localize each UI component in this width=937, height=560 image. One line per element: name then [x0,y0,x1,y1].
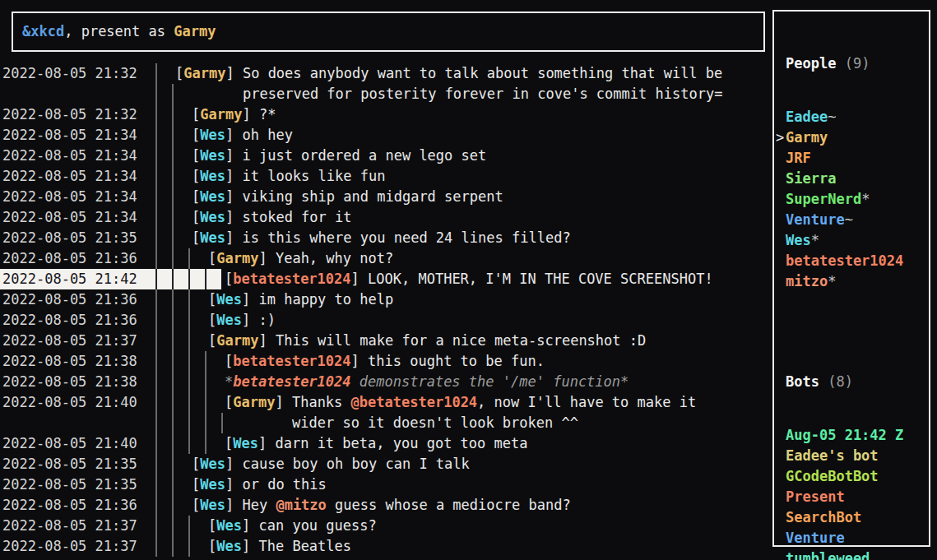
message-row[interactable]: 2022-08-05 21:38*betatester1024 demonstr… [0,372,772,392]
channel-name[interactable]: &xkcd [22,23,64,39]
action-nick[interactable]: betatester1024 [233,373,350,390]
timestamp: 2022-08-05 21:34 [0,166,146,187]
thread-guide-line [155,474,172,495]
message-content: [Wes] The Beatles [205,536,351,557]
people-count: (9) [845,55,870,72]
message-row[interactable]: 2022-08-05 21:35[Wes] is this where you … [0,228,772,248]
message-row[interactable]: 2022-08-05 21:35[Wes] cause boy oh boy c… [0,454,772,474]
message-row[interactable]: 2022-08-05 21:36[Wes] :) [0,310,772,331]
user-list-item-name: Venture [786,211,845,228]
thread-guides [146,372,221,392]
thread-guide-line [172,104,188,125]
thread-guides [146,187,188,207]
nick[interactable]: Wes [216,538,242,554]
thread-guide-line [205,433,221,454]
nick[interactable]: Wes [200,188,225,205]
message-row[interactable]: 2022-08-05 21:36[Wes] im happy to help [0,289,772,310]
thread-guide-line [221,413,238,433]
user-list-item-name: Wes [786,232,811,248]
message-row[interactable]: 2022-08-05 21:34[Wes] stoked for it [0,207,772,228]
message-row[interactable]: 2022-08-05 21:36[Wes] Hey @mitzo guess w… [0,495,772,516]
thread-guide-line [155,413,172,433]
nick[interactable]: Wes [200,127,225,143]
message-row[interactable]: 2022-08-05 21:36[Garmy] Yeah, why not? [0,248,772,269]
thread-guide-line [155,372,172,392]
user-list-item[interactable]: betatester1024 [786,251,929,271]
bot-list-item[interactable]: SearchBot [786,507,929,528]
user-list-item[interactable]: >Garmy [786,127,929,148]
bot-list-item[interactable]: Present [786,487,929,507]
message-row[interactable]: 2022-08-05 21:32[Garmy] ?* [0,104,772,125]
thread-guides [146,104,188,125]
user-list-item[interactable]: Sierra [786,169,929,189]
message-row[interactable]: 2022-08-05 21:35[Wes] or do this [0,474,772,495]
bot-list-item[interactable]: Eadee's bot [786,446,929,466]
nick[interactable]: Wes [200,229,225,246]
thread-guide-line [188,331,205,351]
nick[interactable]: Wes [200,168,225,184]
thread-guide-line [155,433,172,454]
thread-guide-line [155,207,172,228]
message-row[interactable]: preserved for posterity forever in cove'… [0,84,772,104]
mention[interactable]: @betatester1024 [351,394,478,410]
nick[interactable]: Wes [216,291,242,308]
nick[interactable]: Garmy [216,332,258,349]
nick[interactable]: Wes [216,312,242,328]
bots-list: Aug-05 21:42 ZEadee's botGCodeBotBotPres… [786,425,929,560]
user-list-item[interactable]: SuperNerd* [786,189,929,210]
nick[interactable]: Wes [216,517,242,534]
nick[interactable]: Wes [200,147,225,164]
thread-guide-line [155,187,172,207]
self-nick[interactable]: Garmy [174,23,216,39]
thread-guide-line [172,269,188,289]
nick[interactable]: betatester1024 [233,271,350,287]
thread-guide-line [155,495,172,516]
thread-guide-line [188,372,205,392]
message-row[interactable]: 2022-08-05 21:34[Wes] viking ship and mi… [0,187,772,207]
timestamp [0,84,146,104]
message-row[interactable]: 2022-08-05 21:37[Wes] The Beatles [0,536,772,557]
message-content: [Garmy] Thanks @betatester1024, now I'll… [221,392,696,413]
message-row[interactable]: 2022-08-05 21:37[Garmy] This will make f… [0,331,772,351]
bot-list-item[interactable]: GCodeBotBot [786,466,929,487]
nick[interactable]: Wes [233,435,258,451]
message-row[interactable]: 2022-08-05 21:40[Garmy] Thanks @betatest… [0,392,772,413]
nick[interactable]: Garmy [216,250,258,266]
message-row[interactable]: 2022-08-05 21:42[betatester1024] LOOK, M… [0,269,772,289]
user-list-item[interactable]: JRF [786,148,929,169]
message-row[interactable]: 2022-08-05 21:34[Wes] it looks like fun [0,166,772,187]
user-list-item[interactable]: mitzo* [786,271,929,292]
user-list-item[interactable]: Venture~ [786,210,929,230]
bots-count: (8) [828,373,853,390]
user-list-item[interactable]: Wes* [786,230,929,251]
people-title: People [786,55,836,72]
bot-list-item-name: Present [786,488,845,505]
nick[interactable]: Wes [200,476,225,493]
timestamp: 2022-08-05 21:38 [0,351,146,372]
nick[interactable]: Wes [200,209,225,225]
message-row[interactable]: 2022-08-05 21:34[Wes] i just ordered a n… [0,146,772,166]
presence-text: , present as [64,23,174,39]
user-list-item-name: SuperNerd [786,191,861,207]
bot-list-item[interactable]: Aug-05 21:42 Z [786,425,929,446]
message-row[interactable]: wider so it doesn't look broken ^^ [0,413,772,433]
timestamp: 2022-08-05 21:40 [0,433,146,454]
message-row[interactable]: 2022-08-05 21:32[Garmy] So does anybody … [0,63,772,84]
message-row[interactable]: 2022-08-05 21:37[Wes] can you guess? [0,516,772,536]
message-content: [Wes] stoked for it [188,207,352,228]
mention[interactable]: @mitzo [276,497,326,513]
nick[interactable]: betatester1024 [233,353,350,369]
message-row[interactable]: 2022-08-05 21:34[Wes] oh hey [0,125,772,146]
bot-list-item[interactable]: tumbleweed [786,548,929,560]
message-row[interactable]: 2022-08-05 21:38[betatester1024] this ou… [0,351,772,372]
nick[interactable]: Garmy [183,65,225,81]
bot-list-item[interactable]: Venture [786,528,929,548]
nick[interactable]: Garmy [200,106,242,123]
message-row[interactable]: 2022-08-05 21:40[Wes] darn it beta, you … [0,433,772,454]
nick[interactable]: Wes [200,497,225,513]
message-content: [Wes] darn it beta, you got too meta [221,433,528,454]
nick[interactable]: Garmy [233,394,275,410]
user-list-item[interactable]: Eadee~ [786,107,929,127]
thread-guide-line [155,104,172,125]
nick[interactable]: Wes [200,456,225,472]
